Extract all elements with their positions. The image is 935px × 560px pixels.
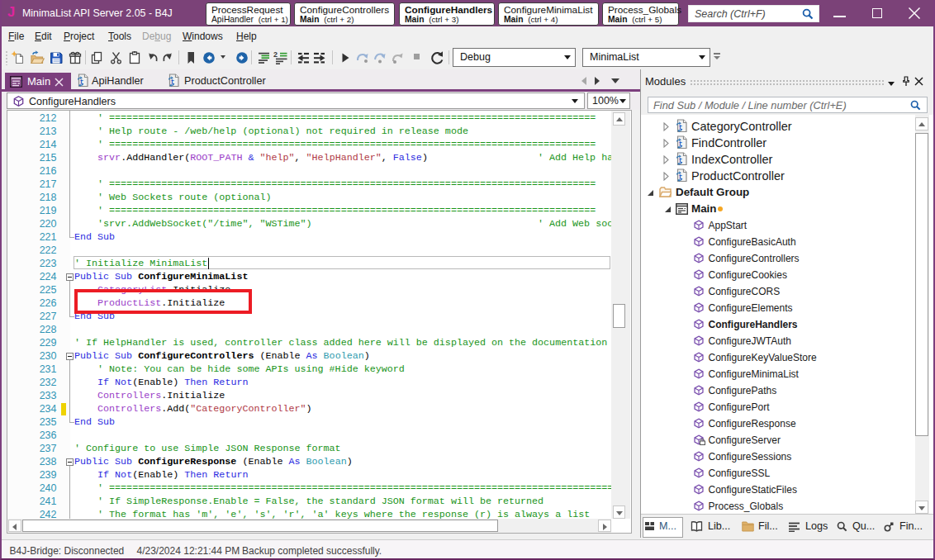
svg-text:t: t [679,140,683,149]
svg-text:t: t [679,157,683,165]
svg-text:2: 2 [273,50,278,59]
svg-text:t: t [171,78,175,87]
svg-text:t: t [679,124,683,132]
svg-text:t: t [679,173,683,182]
svg-text:t: t [80,78,84,87]
